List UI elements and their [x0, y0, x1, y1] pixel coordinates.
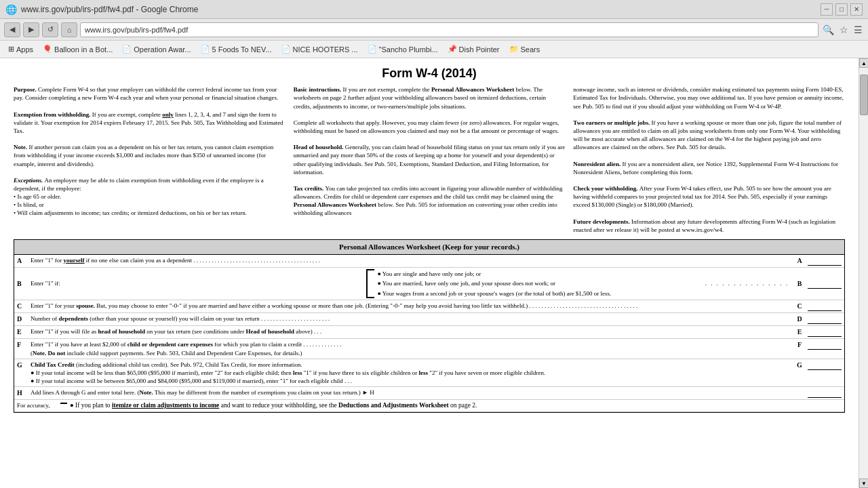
- worksheet-section: Personal Allowances Worksheet (Keep for …: [14, 239, 845, 413]
- scrollbar[interactable]: ▲ ▼: [859, 58, 868, 488]
- reload-button[interactable]: ↺: [42, 22, 58, 37]
- minimize-button[interactable]: ─: [821, 3, 833, 16]
- address-bar[interactable]: www.irs.gov/pub/irs-pdf/fw4.pdf: [80, 22, 818, 37]
- bracket-b-item1: ● You are single and have only one job; …: [377, 269, 699, 279]
- dish-icon: 📌: [448, 45, 457, 54]
- pdf-content[interactable]: Form W-4 (2014) Purpose. Complete Form W…: [0, 58, 859, 488]
- row-letter-d: D: [17, 314, 28, 324]
- bookmark-hooters[interactable]: 📄 NICE HOOTERS ...: [277, 43, 362, 55]
- forward-button[interactable]: ▶: [23, 22, 39, 37]
- title-bar-left: 🌐 www.irs.gov/pub/irs-pdf/fw4.pdf - Goog…: [5, 4, 198, 15]
- scroll-thumb[interactable]: [860, 75, 868, 115]
- worksheet-row-g: G Child Tax Credit (including additional…: [14, 359, 844, 387]
- tax-credits-heading: Tax credits.: [294, 185, 326, 192]
- bookmark-foods[interactable]: 📄 5 Foods To NEV...: [197, 43, 276, 55]
- doc-icon-1: 📄: [122, 45, 132, 54]
- row-end-d: D: [794, 314, 805, 324]
- row-input-g[interactable]: [808, 361, 842, 370]
- nav-bar: ◀ ▶ ↺ ⌂ www.irs.gov/pub/irs-pdf/fw4.pdf …: [0, 19, 868, 41]
- bookmark-balloon[interactable]: 🎈 Balloon in a Bot...: [39, 43, 117, 55]
- accuracy-bracket: [60, 403, 67, 404]
- worksheet-row-e: E Enter "1" if you will file as head of …: [14, 326, 844, 339]
- note-heading: Note.: [14, 144, 29, 150]
- worksheet-header: Personal Allowances Worksheet (Keep for …: [14, 240, 844, 255]
- exemption-heading: Exemption from withholding.: [14, 111, 92, 118]
- row-b-label: Enter "1" if:: [31, 279, 363, 287]
- tax-credits-text: You can take projected tax credits into …: [294, 185, 563, 216]
- search-icon[interactable]: 🔍: [821, 23, 835, 37]
- scroll-down-button[interactable]: ▼: [859, 479, 868, 488]
- row-input-f[interactable]: [808, 340, 842, 350]
- row-end-b: B: [794, 279, 805, 289]
- menu-icon[interactable]: ☰: [852, 23, 864, 37]
- row-input-e[interactable]: [808, 327, 842, 337]
- star-icon[interactable]: ☆: [838, 23, 850, 37]
- bookmark-apps[interactable]: ⊞ Apps: [4, 43, 37, 55]
- title-bar: 🌐 www.irs.gov/pub/irs-pdf/fw4.pdf - Goog…: [0, 0, 868, 19]
- two-earners-heading: Two earners or multiple jobs.: [573, 119, 651, 126]
- col1: Purpose. Complete Form W-4 so that your …: [14, 85, 285, 234]
- worksheet-title: Personal Allowances Worksheet: [339, 243, 441, 251]
- row-input-a[interactable]: [808, 256, 842, 266]
- bookmark-sears-label: Sears: [521, 45, 540, 54]
- row-input-h[interactable]: [808, 388, 842, 398]
- nonresident-heading: Nonresident alien.: [573, 161, 622, 167]
- nonwage-text: nonwage income, such as interest or divi…: [573, 86, 844, 109]
- bookmark-dish[interactable]: 📌 Dish Pointer: [443, 43, 504, 55]
- row-content-h: Add lines A through G and enter total he…: [31, 388, 805, 396]
- back-button[interactable]: ◀: [4, 22, 20, 37]
- worksheet-row-h: H Add lines A through G and enter total …: [14, 387, 844, 400]
- exceptions-text: An employee may be able to claim exempti…: [14, 177, 264, 192]
- bracket-b-item3: ● Your wages from a second job or your s…: [377, 289, 699, 299]
- three-col-layout: Purpose. Complete Form W-4 so that your …: [14, 85, 845, 234]
- purpose-text: Complete Form W-4 so that your employer …: [14, 86, 278, 101]
- bookmark-operation[interactable]: 📄 Operation Awar...: [118, 43, 195, 55]
- row-content-c: Enter "1" for your spouse. But, you may …: [31, 302, 791, 310]
- close-button[interactable]: ✕: [850, 3, 863, 16]
- future-heading: Future developments.: [573, 218, 631, 225]
- basic-heading: Basic instructions.: [294, 86, 343, 93]
- accuracy-content: ● If you plan to itemize or claim adjust…: [70, 401, 842, 410]
- bullet3: • Will claim adjustments to income; tax …: [14, 209, 247, 216]
- scroll-track[interactable]: [859, 68, 868, 479]
- row-input-d[interactable]: [808, 314, 842, 324]
- doc-icon-2: 📄: [281, 45, 291, 54]
- bullet1: • Is age 65 or older.: [14, 193, 61, 200]
- purpose-heading: Purpose.: [14, 86, 38, 93]
- bookmark-operation-label: Operation Awar...: [134, 45, 191, 54]
- check-heading: Check your withholding.: [573, 185, 639, 192]
- row-letter-f: F: [17, 340, 28, 350]
- maximize-button[interactable]: □: [835, 3, 848, 16]
- food-icon: 📄: [201, 45, 210, 54]
- bookmark-balloon-label: Balloon in a Bot...: [54, 45, 113, 54]
- worksheet-row-b: B Enter "1" if: ● You are single and hav…: [14, 268, 844, 301]
- bullet2: • Is blind, or: [14, 201, 44, 208]
- balloon-icon: 🎈: [43, 45, 52, 54]
- row-end-g: G: [794, 361, 805, 370]
- accuracy-row: For accuracy, ● If you plan to itemize o…: [14, 400, 844, 412]
- home-button[interactable]: ⌂: [61, 22, 77, 37]
- row-input-b[interactable]: [808, 279, 842, 289]
- worksheet-row-a: A Enter "1" for yourself if no one else …: [14, 255, 844, 268]
- scroll-up-button[interactable]: ▲: [859, 58, 868, 68]
- worksheet-subtitle: (Keep for your records.): [442, 243, 519, 251]
- window-controls: ─ □ ✕: [821, 3, 863, 16]
- chrome-icon: 🌐: [5, 4, 17, 15]
- worksheet-row-c: C Enter "1" for your spouse. But, you ma…: [14, 300, 844, 313]
- folder-icon: 📁: [509, 45, 519, 54]
- apps-icon: ⊞: [8, 45, 14, 54]
- bookmark-apps-label: Apps: [16, 45, 33, 54]
- row-content-f: Enter "1" if you have at least $2,000 of…: [31, 340, 791, 357]
- hoh-heading: Head of household.: [294, 144, 345, 150]
- doc-icon-3: 📄: [368, 45, 377, 54]
- row-input-c[interactable]: [808, 302, 842, 311]
- row-end-e: E: [794, 327, 805, 337]
- row-letter-e: E: [17, 327, 28, 337]
- row-end-a: A: [794, 256, 805, 266]
- nav-icons: 🔍 ☆ ☰: [821, 23, 864, 37]
- bookmark-sancho[interactable]: 📄 "Sancho Plumbi...: [363, 43, 442, 55]
- row-end-c: C: [794, 302, 805, 311]
- worksheet-row-f: F Enter "1" if you have at least $2,000 …: [14, 339, 844, 359]
- bookmark-sears[interactable]: 📁 Sears: [505, 43, 545, 55]
- accuracy-bullet: ● If you plan to itemize or claim adjust…: [70, 402, 477, 409]
